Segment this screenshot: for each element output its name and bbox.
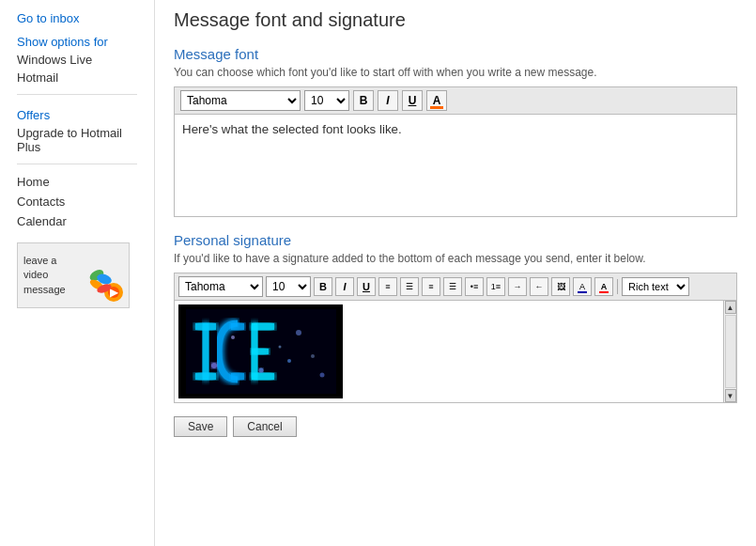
svg-rect-15	[252, 349, 269, 354]
bold-button[interactable]: B	[353, 90, 374, 111]
underline-button[interactable]: U	[402, 90, 423, 111]
sig-numbers-button[interactable]: 1≡	[486, 277, 505, 296]
scroll-track	[725, 315, 736, 388]
sig-image-button[interactable]: 🖼	[551, 277, 570, 296]
svg-point-17	[211, 363, 217, 368]
font-preview-text: Here's what the selected font looks like…	[182, 122, 402, 136]
sig-area: ▲ ▼	[174, 300, 737, 403]
svg-point-18	[231, 335, 235, 339]
svg-point-19	[258, 368, 263, 373]
sig-font-select[interactable]: Tahoma Arial	[178, 276, 263, 297]
font-section-header: Message font	[174, 46, 737, 62]
svg-point-21	[287, 359, 291, 363]
rich-text-select[interactable]: Rich text Plain text	[622, 277, 689, 296]
sig-bold-button[interactable]: B	[314, 277, 332, 296]
hotmail-link[interactable]: Hotmail	[0, 69, 154, 86]
sig-align-center-button[interactable]: ☰	[400, 277, 419, 296]
sig-size-select[interactable]: 10 12	[266, 276, 311, 297]
scroll-up-button[interactable]: ▲	[725, 301, 736, 314]
sidebar: Go to inbox Show options for Windows Liv…	[0, 0, 155, 546]
svg-rect-11	[231, 323, 244, 330]
show-options-label: Show options for	[0, 29, 154, 51]
video-message-text: leave a video message	[23, 254, 66, 297]
upgrade-link[interactable]: Upgrade to Hotmail Plus	[0, 124, 154, 156]
svg-rect-16	[252, 373, 274, 380]
contacts-link[interactable]: Contacts	[0, 192, 154, 211]
sig-fontcolor-button[interactable]: A	[594, 277, 613, 296]
font-family-select[interactable]: Tahoma Arial Verdana Times New Roman	[180, 90, 301, 111]
sig-outdent-button[interactable]: ←	[530, 277, 548, 296]
sig-underline-button[interactable]: U	[357, 277, 376, 296]
sig-align-left-button[interactable]: ≡	[378, 277, 397, 296]
cancel-button[interactable]: Cancel	[233, 416, 296, 437]
italic-button[interactable]: I	[378, 90, 398, 111]
calendar-link[interactable]: Calendar	[0, 211, 154, 231]
offers-label: Offers	[0, 102, 154, 124]
sig-align-right-button[interactable]: ≡	[422, 277, 440, 296]
sig-italic-button[interactable]: I	[335, 277, 354, 296]
action-buttons: Save Cancel	[174, 416, 737, 437]
font-section-desc: You can choose which font you'd like to …	[174, 66, 737, 79]
sig-bullets-button[interactable]: •≡	[465, 277, 484, 296]
ice-svg	[186, 309, 336, 394]
svg-point-24	[319, 373, 324, 378]
video-icon: ▶	[87, 266, 125, 304]
sig-toolbar: Tahoma Arial 10 12 B I U ≡ ☰ ≡ ☰ •≡ 1≡ →…	[174, 273, 737, 300]
font-toolbar: Tahoma Arial Verdana Times New Roman 8 9…	[174, 86, 737, 114]
sidebar-divider-1	[17, 94, 137, 95]
svg-rect-12	[231, 373, 244, 380]
font-preview-area: Here's what the selected font looks like…	[174, 114, 737, 217]
scroll-down-button[interactable]: ▼	[725, 389, 736, 402]
sidebar-divider-2	[17, 164, 137, 164]
sig-scrollbar: ▲ ▼	[723, 301, 736, 402]
sig-align-justify-button[interactable]: ☰	[443, 277, 462, 296]
svg-rect-9	[195, 323, 216, 330]
svg-point-23	[311, 354, 315, 358]
svg-rect-10	[195, 373, 216, 380]
sig-indent-button[interactable]: →	[508, 277, 527, 296]
save-button[interactable]: Save	[174, 416, 227, 437]
windows-live-link[interactable]: Windows Live	[0, 51, 154, 69]
page-title: Message font and signature	[174, 9, 737, 31]
sig-toolbar-separator	[617, 279, 618, 294]
sig-section-desc: If you'd like to have a signature added …	[174, 252, 737, 265]
svg-point-22	[296, 330, 301, 335]
sig-section-header: Personal signature	[174, 232, 737, 248]
svg-rect-8	[203, 323, 208, 380]
svg-rect-14	[252, 323, 274, 330]
sig-bgcolor-button[interactable]: A	[573, 277, 592, 296]
svg-point-20	[278, 346, 281, 349]
home-link[interactable]: Home	[0, 172, 154, 192]
ice-image	[178, 304, 343, 398]
main-content: Message font and signature Message font …	[155, 0, 756, 546]
font-size-select[interactable]: 8 9 10 11 12 14	[304, 90, 349, 111]
video-message-box[interactable]: leave a video message ▶	[17, 242, 130, 308]
font-color-button[interactable]: A	[426, 90, 447, 111]
go-to-inbox-link[interactable]: Go to inbox	[0, 8, 154, 29]
